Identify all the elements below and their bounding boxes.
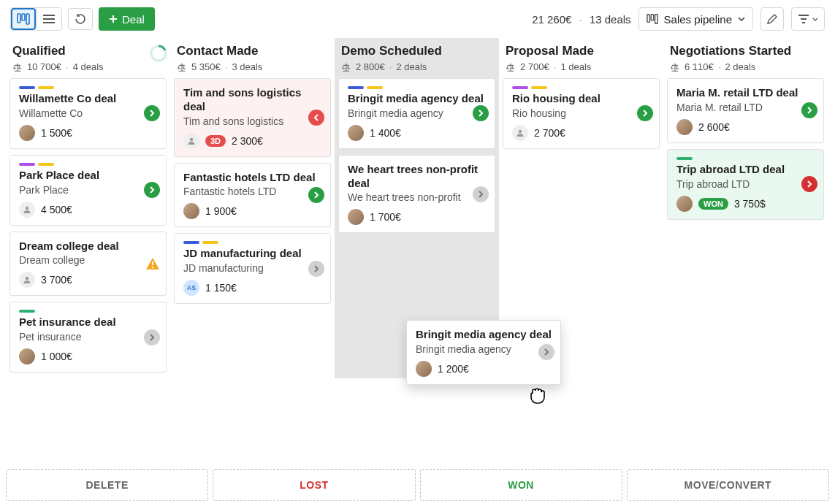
- stage-count: 3 deals: [232, 61, 262, 72]
- deal-card[interactable]: Fantastic hotels LTD dealFantastic hotel…: [174, 163, 331, 228]
- org-name: Willamette Co: [19, 107, 157, 119]
- card-footer: 1 900€: [183, 203, 321, 219]
- avatar: [19, 202, 35, 218]
- deal-title: Willamette Co deal: [19, 92, 157, 106]
- svg-rect-6: [647, 15, 649, 23]
- warning-icon: [145, 257, 160, 270]
- tag-yellow: [38, 163, 54, 166]
- org-name: Park Place: [19, 184, 157, 196]
- card-footer: 3 700€: [19, 272, 157, 288]
- deal-card[interactable]: Maria M. retail LTD dealMaria M. retail …: [667, 78, 824, 143]
- avatar: [19, 125, 35, 141]
- kanban-view-button[interactable]: [11, 8, 36, 30]
- plus-icon: [109, 15, 118, 23]
- tag-green: [676, 157, 693, 160]
- stage-column[interactable]: Contact Made5 350€·3 dealsTim and sons l…: [170, 38, 335, 378]
- pipeline-summary: 21 260€ · 13 deals: [532, 13, 630, 26]
- refresh-icon: [75, 13, 86, 25]
- avatar: [348, 125, 364, 141]
- org-name: Fantastic hotels LTD: [183, 186, 321, 197]
- org-name: Bringit media agency: [348, 107, 486, 119]
- add-deal-button[interactable]: Deal: [99, 7, 155, 31]
- stage-title: Negotiations Started: [670, 44, 821, 58]
- dropzone-move[interactable]: MOVE/CONVERT: [627, 469, 829, 501]
- tag-purple: [512, 86, 528, 89]
- avatar: [183, 133, 199, 149]
- dropzone-won[interactable]: WON: [420, 469, 622, 501]
- list-view-button[interactable]: [37, 8, 61, 30]
- edit-button[interactable]: [760, 7, 784, 31]
- deal-card[interactable]: Rio housing dealRio housing2 700€: [503, 78, 660, 149]
- tag-yellow: [38, 86, 54, 89]
- deal-title: Maria M. retail LTD deal: [676, 86, 815, 100]
- tag-yellow: [367, 86, 383, 89]
- svg-rect-13: [152, 267, 153, 268]
- deal-amount: 1 500€: [41, 127, 72, 139]
- stage-amount: 6 110€: [685, 61, 714, 72]
- stage-title: Proposal Made: [506, 44, 657, 58]
- filter-button[interactable]: [791, 7, 825, 31]
- stage-title: Contact Made: [177, 44, 328, 58]
- avatar: [416, 361, 432, 377]
- deal-card[interactable]: Willamette Co dealWillamette Co1 500€: [9, 78, 167, 149]
- deal-card[interactable]: We heart trees non-profit dealWe heart t…: [338, 155, 495, 234]
- deal-title: Bringit media agency deal: [348, 92, 486, 106]
- stage-column[interactable]: Negotiations Started6 110€·2 dealsMaria …: [663, 38, 828, 378]
- dropzone-delete-label: DELETE: [86, 479, 129, 491]
- avatar: [512, 125, 528, 141]
- pipeline-selector[interactable]: Sales pipeline: [638, 7, 753, 31]
- deal-title: Bringit media agency deal: [416, 328, 552, 342]
- dropzone-lost-label: LOST: [300, 479, 328, 491]
- kanban-icon: [17, 12, 30, 26]
- deal-card[interactable]: Pet insurance dealPet insurance1 000€: [9, 302, 167, 373]
- org-name: Maria M. retail LTD: [676, 102, 815, 113]
- overdue-badge: 3D: [205, 135, 226, 147]
- deal-amount: 2 700€: [534, 127, 565, 139]
- deal-card[interactable]: Bringit media agency dealBringit media a…: [338, 78, 495, 149]
- stage-header: Contact Made5 350€·3 deals: [174, 38, 331, 78]
- deal-amount: 4 500€: [41, 204, 72, 215]
- avatar: [676, 119, 693, 135]
- deal-amount: 3 700€: [41, 274, 72, 286]
- deal-card[interactable]: Park Place dealPark Place4 500€: [9, 155, 167, 226]
- summary-deals: 13 deals: [590, 13, 631, 26]
- dropzone-delete[interactable]: DELETE: [6, 469, 208, 501]
- scale-icon: [670, 62, 680, 72]
- org-name: Rio housing: [512, 107, 650, 119]
- avatar: [19, 272, 35, 288]
- svg-rect-12: [152, 261, 153, 265]
- deal-card[interactable]: Tim and sons logistics dealTim and sons …: [174, 78, 331, 157]
- status-chevron-icon: [538, 344, 554, 360]
- org-name: Dream college: [19, 254, 157, 266]
- svg-rect-1: [22, 14, 25, 20]
- svg-rect-7: [651, 15, 654, 20]
- drop-zones: DELETE LOST WON MOVE/CONVERT: [6, 469, 829, 501]
- stage-header: Qualified10 700€·4 deals: [9, 38, 167, 78]
- deal-card[interactable]: Dream college dealDream college3 700€: [9, 232, 167, 297]
- org-name: Tim and sons logistics: [183, 115, 321, 127]
- deal-amount: 1 200€: [438, 363, 469, 375]
- card-footer: 3D2 300€: [183, 133, 321, 149]
- deal-card[interactable]: JD manufacturing dealJD manufacturingAS1…: [174, 233, 331, 304]
- refresh-button[interactable]: [68, 8, 93, 30]
- stage-column[interactable]: Qualified10 700€·4 dealsWillamette Co de…: [6, 38, 170, 378]
- scale-icon: [12, 62, 23, 72]
- org-name: Pet insurance: [19, 331, 157, 343]
- status-chevron-icon: [801, 102, 817, 118]
- avatar: [676, 196, 693, 212]
- stage-title: Qualified: [12, 44, 164, 58]
- deal-card[interactable]: Trip abroad LTD dealTrip abroad LTDWON3 …: [667, 149, 824, 220]
- dragging-card[interactable]: Bringit media agency deal Bringit media …: [406, 320, 561, 385]
- stage-count: 2 deals: [396, 61, 427, 72]
- card-footer: 1 700€: [348, 209, 486, 225]
- deal-amount: 2 300€: [232, 135, 263, 147]
- deal-title: Pet insurance deal: [19, 316, 157, 329]
- stage-header: Proposal Made2 700€·1 deals: [503, 38, 660, 78]
- dropzone-lost[interactable]: LOST: [213, 469, 415, 501]
- svg-point-14: [190, 137, 193, 140]
- svg-point-15: [519, 130, 522, 133]
- tag-green: [19, 310, 35, 313]
- svg-rect-0: [18, 14, 20, 23]
- stage-meta: 2 700€·1 deals: [506, 61, 657, 72]
- stage-count: 2 deals: [725, 61, 755, 72]
